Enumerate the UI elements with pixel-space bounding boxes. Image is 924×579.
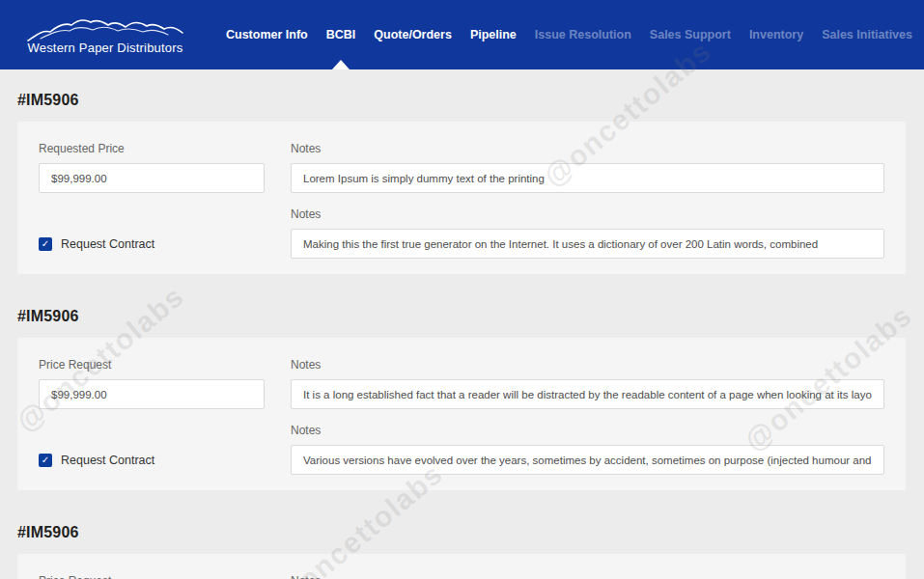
nav-item-customer-info[interactable]: Customer Info [226,0,308,69]
notes-group: Notes [291,425,884,475]
order-card: Price Request Notes ✓ Request Contract N… [17,338,906,490]
price-request-group: Price Request [39,575,265,579]
order-section-2: #IM5906 Price Request Notes ✓ Request Co… [17,308,906,490]
notes-label: Notes [291,143,884,155]
request-contract-label: Request Contract [61,237,154,251]
notes-group: Notes [291,208,884,259]
request-contract-group: ✓ Request Contract [39,445,265,475]
app-header: Western Paper Distributors Customer Info… [0,0,924,69]
request-contract-checkbox[interactable]: ✓ [39,454,52,467]
requested-price-input[interactable] [39,163,265,193]
brand-logo[interactable]: Western Paper Distributors [27,15,183,55]
order-section-1: #IM5906 Requested Price Notes ✓ Request … [17,92,906,274]
nav-item-sales-support: Sales Support [650,0,731,69]
notes-group: Notes [291,575,884,579]
request-contract-checkbox[interactable]: ✓ [39,237,52,251]
price-request-label: Price Request [39,575,265,579]
notes-group: Notes [291,359,884,409]
price-request-label: Price Request [39,359,265,372]
nav-item-bcbi[interactable]: BCBI [326,0,356,69]
notes-label: Notes [291,208,884,221]
nav-item-issue-resolution: Issue Resolution [535,0,631,69]
brand-name: Western Paper Distributors [27,41,182,55]
nav-item-pipeline[interactable]: Pipeline [470,0,517,69]
price-request-group: Price Request [39,359,265,409]
nav-item-sales-initiatives: Sales Initiatives [822,0,912,69]
nav-item-quote-orders[interactable]: Quote/Orders [374,0,452,69]
order-id-heading: #IM5906 [17,308,906,325]
notes-input[interactable] [291,229,884,259]
notes-label: Notes [291,359,884,372]
order-id-heading: #IM5906 [17,92,906,109]
notes-input[interactable] [291,445,884,475]
price-request-input[interactable] [39,379,265,409]
notes-input[interactable] [291,163,884,193]
notes-input[interactable] [291,379,884,409]
order-section-3: #IM5906 Price Request Notes [17,524,906,579]
notes-label: Notes [291,425,884,437]
order-card: Requested Price Notes ✓ Request Contract… [17,122,906,274]
request-contract-label: Request Contract [61,454,154,467]
page-content: #IM5906 Requested Price Notes ✓ Request … [0,92,924,579]
notes-label: Notes [291,575,884,579]
main-nav: Customer Info BCBI Quote/Orders Pipeline… [226,0,912,69]
order-card: Price Request Notes [17,554,906,579]
requested-price-label: Requested Price [39,143,265,155]
nav-item-inventory: Inventory [749,0,803,69]
requested-price-group: Requested Price [39,143,265,193]
request-contract-group: ✓ Request Contract [39,229,265,259]
notes-group: Notes [291,143,884,193]
order-id-heading: #IM5906 [17,524,906,541]
